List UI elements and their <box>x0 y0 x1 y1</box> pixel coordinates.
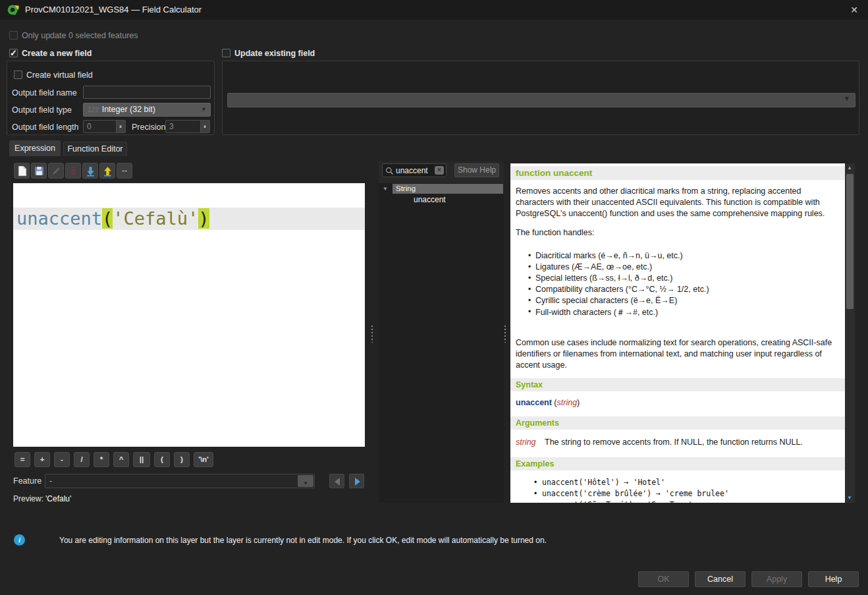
tree-group-string[interactable]: String <box>393 184 503 194</box>
output-field-length-spinner[interactable]: 0 <box>83 120 126 133</box>
expression-close-paren: ) <box>198 208 209 229</box>
tab-expression[interactable]: Expression <box>9 140 61 156</box>
preview-label: Preview: <box>13 494 43 503</box>
feature-select[interactable]: - <box>45 474 315 488</box>
chevron-down-icon: ▼ <box>201 103 207 116</box>
operator-open-paren-button[interactable]: ( <box>154 452 170 467</box>
window-titlebar: ProvCM01012021_WGS84 — Field Calculator … <box>0 0 868 20</box>
precision-value: 3 <box>169 122 174 131</box>
help-bullet: Ligatures (Æ→AE, œ→oe, etc.) <box>535 262 838 271</box>
update-existing-field-checkbox[interactable] <box>222 49 231 57</box>
output-field-type-label: Output field type <box>12 105 72 115</box>
dash-button[interactable]: -- <box>117 163 132 179</box>
feature-label: Feature <box>13 476 41 486</box>
operator-concat-button[interactable]: || <box>133 452 150 467</box>
feature-value: - <box>49 476 52 486</box>
download-arrow-icon <box>85 165 96 177</box>
show-help-button[interactable]: Show Help <box>454 163 499 177</box>
tab-function-editor[interactable]: Function Editor <box>63 142 127 156</box>
scroll-down-icon[interactable] <box>845 494 855 503</box>
splitter-left[interactable] <box>370 326 373 343</box>
previous-feature-button[interactable] <box>329 474 344 488</box>
help-button[interactable]: Help <box>808 571 859 587</box>
help-scrollbar[interactable] <box>845 163 855 503</box>
scrollbar-thumb[interactable] <box>846 174 854 309</box>
clear-search-icon[interactable]: ✕ <box>435 166 444 175</box>
syntax-arg: string <box>557 398 578 407</box>
spinner-arrows-icon[interactable] <box>200 121 209 132</box>
operator-minus-button[interactable]: - <box>54 452 70 467</box>
spinner-arrows-icon[interactable] <box>116 121 125 132</box>
precision-spinner[interactable]: 3 <box>165 120 210 133</box>
help-arg-name: string <box>516 438 536 447</box>
create-virtual-field-label: Create virtual field <box>26 71 93 80</box>
help-example: unaccent('Hôtel') → 'Hotel' <box>542 478 838 487</box>
help-handles-intro: The function handles: <box>516 227 837 239</box>
search-input[interactable] <box>396 165 434 176</box>
output-field-length-value: 0 <box>87 122 92 131</box>
edit-expression-button[interactable] <box>48 163 64 179</box>
apply-button[interactable]: Apply <box>751 571 802 587</box>
tree-expander-icon[interactable] <box>383 184 391 194</box>
function-tree: String unaccent <box>379 183 504 503</box>
operator-plus-button[interactable]: + <box>34 452 50 467</box>
delete-expression-button[interactable] <box>65 163 81 179</box>
only-update-label: Only update 0 selected features <box>22 31 138 40</box>
existing-field-select[interactable]: ▼ <box>227 93 855 107</box>
syntax-open: ( <box>552 398 557 407</box>
upload-arrow-icon <box>102 165 113 177</box>
save-expression-button[interactable] <box>31 163 47 179</box>
tree-item-unaccent[interactable]: unaccent <box>379 194 504 205</box>
precision-label: Precision <box>132 123 165 132</box>
output-field-name-label: Output field name <box>12 88 77 98</box>
operator-power-button[interactable]: ^ <box>113 452 129 467</box>
export-expression-button[interactable] <box>99 163 115 179</box>
create-virtual-field-checkbox[interactable] <box>14 71 22 79</box>
help-syntax-line: unaccent (string) <box>516 398 580 407</box>
next-feature-button[interactable] <box>349 474 364 488</box>
syntax-function: unaccent <box>516 398 552 407</box>
help-bullet: Full-width characters (＃→#, etc.) <box>535 307 838 318</box>
function-list-panel: ✕ Show Help String unaccent <box>379 161 504 503</box>
expression-function: unaccent <box>16 208 102 229</box>
create-new-field-checkbox[interactable] <box>9 49 18 57</box>
only-update-checkbox[interactable] <box>9 31 18 40</box>
ok-button[interactable]: OK <box>638 571 689 587</box>
right-arrow-icon <box>355 478 360 486</box>
help-description: Removes accents and other diacritical ma… <box>516 186 837 219</box>
output-field-type-value: Integer (32 bit) <box>102 105 155 114</box>
operator-divide-button[interactable]: / <box>74 452 90 467</box>
operator-equals-button[interactable]: = <box>14 452 30 467</box>
scroll-up-icon[interactable] <box>845 163 855 173</box>
operator-close-paren-button[interactable]: ) <box>174 452 190 467</box>
help-arg-desc: The string to remove accents from. If NU… <box>545 438 834 447</box>
update-existing-field-label: Update existing field <box>234 49 315 58</box>
expression-editor[interactable]: unaccent('Cefalù') <box>13 183 365 447</box>
output-field-name-input[interactable] <box>83 86 211 99</box>
help-examples-header: Examples <box>510 457 845 470</box>
syntax-close: ) <box>577 398 580 407</box>
search-box[interactable]: ✕ <box>382 163 447 177</box>
operator-multiply-button[interactable]: * <box>94 452 109 467</box>
cancel-button[interactable]: Cancel <box>695 571 746 587</box>
chevron-down-icon[interactable] <box>298 475 313 487</box>
search-icon <box>385 167 394 175</box>
edit-mode-notice: You are editing information on this laye… <box>59 536 547 545</box>
operator-newline-button[interactable]: '\n' <box>194 452 213 467</box>
expression-line: unaccent('Cefalù') <box>13 208 365 230</box>
import-expression-button[interactable] <box>82 163 98 179</box>
function-help-panel: function unaccent Removes accents and ot… <box>510 163 845 503</box>
help-bullet: Compatibility characters (°C→°C, ½→ 1/2,… <box>535 285 838 294</box>
new-expression-button[interactable] <box>14 163 30 179</box>
help-bullet: Cyrillic special characters (ë→e, Ë→E) <box>535 296 838 305</box>
close-icon[interactable]: ✕ <box>844 2 864 18</box>
output-field-type-select[interactable]: 123Integer (32 bit) ▼ <box>83 103 211 117</box>
help-bullet: Diacritical marks (é→e, ñ→n, ü→u, etc.) <box>535 251 838 260</box>
preview-value: 'Cefalu' <box>45 494 71 503</box>
help-syntax-header: Syntax <box>510 378 845 391</box>
create-new-field-label: Create a new field <box>22 49 92 58</box>
trash-icon <box>68 165 79 177</box>
help-example: unaccent('São Tomé') → 'Sao Tome' <box>542 500 838 503</box>
new-field-group: Create virtual field Output field name O… <box>7 61 215 135</box>
output-field-length-label: Output field length <box>12 123 78 132</box>
